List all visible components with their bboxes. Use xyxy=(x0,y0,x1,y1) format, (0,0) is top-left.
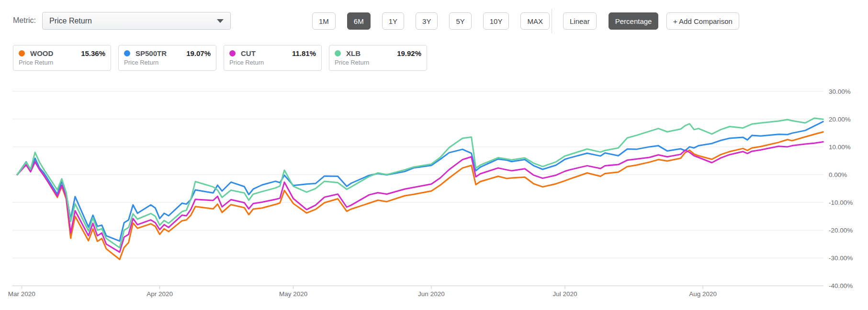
x-axis-tick-label: Jun 2020 xyxy=(418,290,445,298)
legend-card-wood[interactable]: WOOD15.36%Price Return xyxy=(13,45,111,71)
x-axis-tick-label: Aug 2020 xyxy=(689,290,717,298)
legend-card-sp500tr[interactable]: SP500TR19.07%Price Return xyxy=(118,45,216,71)
y-axis-tick-label: -30.00% xyxy=(829,255,853,262)
price-return-chart[interactable]: 30.00%20.00%10.00%0.00%-10.00%-20.00%-30… xyxy=(0,72,868,310)
price-return-comparison-app: Metric: Price Return 1M6M1Y3Y5Y10YMAX Li… xyxy=(0,0,868,310)
x-axis-tick-label: Apr 2020 xyxy=(147,290,173,298)
range-button-6m[interactable]: 6M xyxy=(347,12,371,30)
range-button-3y[interactable]: 3Y xyxy=(416,12,438,30)
range-button-1m[interactable]: 1M xyxy=(312,12,336,30)
legend-metric-sublabel: Price Return xyxy=(19,59,105,66)
series-color-dot-icon xyxy=(19,50,25,56)
x-axis-tick-label: Mar 2020 xyxy=(8,290,35,298)
legend-row: WOOD15.36%Price ReturnSP500TR19.07%Price… xyxy=(13,45,427,71)
y-axis-tick-label: 20.00% xyxy=(829,116,851,123)
series-line-sp500tr[interactable] xyxy=(17,122,823,241)
toolbar-divider xyxy=(552,9,552,33)
range-button-max[interactable]: MAX xyxy=(520,12,550,30)
legend-metric-sublabel: Price Return xyxy=(335,59,421,66)
legend-metric-sublabel: Price Return xyxy=(124,59,211,66)
series-color-dot-icon xyxy=(335,50,341,56)
metric-label: Metric: xyxy=(13,16,36,25)
y-axis-tick-label: 10.00% xyxy=(829,144,851,151)
range-button-1y[interactable]: 1Y xyxy=(382,12,404,30)
y-axis-tick-label: -40.00% xyxy=(829,282,853,289)
y-axis-tick-label: 30.00% xyxy=(829,88,851,95)
legend-return-value: 19.07% xyxy=(186,49,211,57)
metric-dropdown[interactable]: Price Return xyxy=(42,12,231,30)
y-axis-tick-label: -10.00% xyxy=(829,199,853,206)
y-axis-tick-label: 0.00% xyxy=(829,171,847,178)
legend-ticker: XLB xyxy=(346,49,361,57)
series-color-dot-icon xyxy=(124,50,130,56)
series-line-cut[interactable] xyxy=(17,142,823,252)
series-line-wood[interactable] xyxy=(17,132,823,259)
legend-ticker: WOOD xyxy=(30,49,53,57)
legend-return-value: 15.36% xyxy=(81,49,105,57)
legend-metric-sublabel: Price Return xyxy=(229,59,316,66)
legend-card-xlb[interactable]: XLB19.92%Price Return xyxy=(329,45,427,71)
range-button-10y[interactable]: 10Y xyxy=(483,12,509,30)
legend-ticker: CUT xyxy=(241,49,256,57)
legend-ticker: SP500TR xyxy=(135,49,167,57)
scale-button-percentage[interactable]: Percentage xyxy=(609,12,659,30)
legend-return-value: 19.92% xyxy=(397,49,421,57)
chevron-down-icon xyxy=(217,19,224,23)
scale-button-linear[interactable]: Linear xyxy=(563,12,597,30)
metric-dropdown-value: Price Return xyxy=(49,17,92,25)
legend-return-value: 11.81% xyxy=(292,49,316,57)
series-color-dot-icon xyxy=(229,50,236,56)
range-button-group: 1M6M1Y3Y5Y10YMAX xyxy=(312,12,550,30)
scale-button-group: LinearPercentage xyxy=(563,12,658,30)
legend-card-cut[interactable]: CUT11.81%Price Return xyxy=(224,45,322,71)
add-comparison-button[interactable]: + Add Comparison xyxy=(666,12,739,30)
x-axis-tick-label: May 2020 xyxy=(279,290,307,298)
x-axis-tick-label: Jul 2020 xyxy=(552,290,577,298)
y-axis-tick-label: -20.00% xyxy=(829,227,853,234)
range-button-5y[interactable]: 5Y xyxy=(449,12,471,30)
